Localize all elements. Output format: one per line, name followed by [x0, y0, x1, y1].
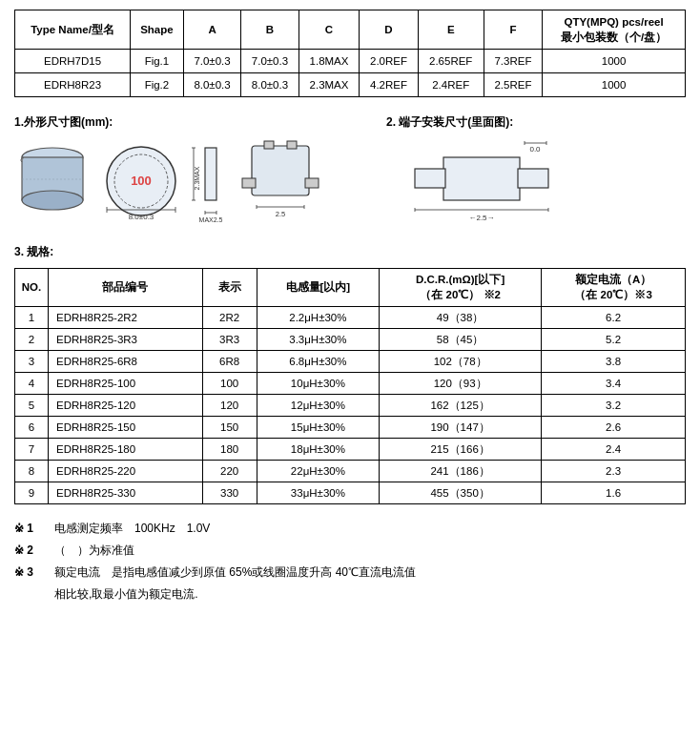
cell-current: 2.3	[542, 461, 686, 482]
cell-c: 2.3MAX	[299, 73, 360, 97]
section2-title: 2. 端子安装尺寸(里面图):	[386, 114, 686, 131]
cell-code: 220	[202, 461, 257, 482]
svg-text:←2.5→: ←2.5→	[468, 214, 494, 222]
cell-inductance: 18μH±30%	[257, 439, 379, 461]
table-row: EDRH8R23 Fig.2 8.0±0.3 8.0±0.3 2.3MAX 4.…	[15, 73, 686, 97]
cell-partno: EDRH8R25-6R8	[49, 350, 203, 372]
dim-3d-view	[14, 143, 91, 219]
cell-no: 8	[15, 461, 49, 482]
svg-text:2.5: 2.5	[276, 210, 285, 218]
cell-dcr: 190（147）	[380, 417, 542, 439]
cell-code: 180	[202, 439, 257, 461]
col-header-a: A	[183, 10, 240, 50]
cell-partno: EDRH8R25-180	[49, 439, 203, 461]
svg-rect-24	[287, 141, 297, 149]
cell-partno: EDRH8R25-120	[49, 394, 203, 416]
cell-dcr: 455（350）	[380, 482, 542, 504]
dim-left: 1.外形尺寸图(mm):	[14, 114, 377, 224]
cell-no: 4	[15, 372, 49, 394]
cell-current: 5.2	[542, 328, 686, 350]
cell-inductance: 2.2μH±30%	[257, 306, 379, 328]
cell-inductance: 33μH±30%	[257, 482, 379, 504]
col-header-shape: Shape	[131, 10, 184, 50]
table-row: 2 EDRH8R25-3R3 3R3 3.3μH±30% 58（45） 5.2	[15, 328, 686, 350]
table-row: 1 EDRH8R25-2R2 2R2 2.2μH±30% 49（38） 6.2	[15, 306, 686, 328]
table-row: 7 EDRH8R25-180 180 18μH±30% 215（166） 2.4	[15, 439, 686, 461]
note-text: 电感测定频率 100KHz 1.0V	[54, 518, 210, 540]
cell-partno: EDRH8R25-100	[49, 372, 203, 394]
dim-top-view: 8.0±0.3 100	[98, 138, 184, 224]
table-row: EDRH7D15 Fig.1 7.0±0.3 7.0±0.3 1.8MAX 2.…	[15, 50, 686, 73]
cell-e: 2.65REF	[418, 50, 484, 73]
cell-dcr: 49（38）	[380, 306, 542, 328]
cell-f: 2.5REF	[484, 73, 542, 97]
cell-code: 3R3	[202, 328, 257, 350]
svg-text:8.0±0.3: 8.0±0.3	[129, 213, 154, 221]
cell-b: 7.0±0.3	[241, 50, 299, 73]
dimensions-section: 1.外形尺寸图(mm):	[14, 114, 686, 227]
cell-typename: EDRH7D15	[15, 50, 131, 73]
cell-no: 7	[15, 439, 49, 461]
specs-col-partno: 部品编号	[49, 269, 203, 306]
specs-col-no: NO.	[15, 269, 49, 306]
svg-rect-21	[242, 178, 256, 188]
cell-code: 120	[202, 394, 257, 416]
cell-dcr: 215（166）	[380, 439, 542, 461]
cell-inductance: 12μH±30%	[257, 394, 379, 416]
cell-partno: EDRH8R25-150	[49, 417, 203, 439]
note-text: 相比较,取最小值为额定电流.	[54, 584, 198, 605]
col-header-qty: QTY(MPQ) pcs/reel最小包装数（个/盘）	[543, 10, 686, 50]
table-row: 8 EDRH8R25-220 220 22μH±30% 241（186） 2.3	[15, 461, 686, 482]
cell-no: 5	[15, 394, 49, 416]
cell-partno: EDRH8R25-330	[49, 482, 203, 504]
note-prefix: ※ 3	[14, 562, 51, 584]
cell-typename: EDRH8R23	[15, 73, 131, 97]
cell-code: 2R2	[202, 306, 257, 328]
cell-current: 1.6	[542, 482, 686, 504]
cell-code: 330	[202, 482, 257, 504]
cell-current: 2.4	[542, 439, 686, 461]
cell-inductance: 3.3μH±30%	[257, 328, 379, 350]
dim-front-view: 2.5	[237, 138, 323, 224]
cell-a: 8.0±0.3	[183, 73, 240, 97]
cell-partno: EDRH8R25-2R2	[49, 306, 203, 328]
svg-rect-29	[443, 157, 520, 200]
cell-e: 2.4REF	[418, 73, 484, 97]
cell-partno: EDRH8R25-220	[49, 461, 203, 482]
note-prefix: ※ 2	[14, 540, 51, 562]
cell-no: 9	[15, 482, 49, 504]
top-specs-table: Type Name/型名 Shape A B C D E F QTY(MPQ) …	[14, 10, 686, 97]
svg-text:100: 100	[131, 174, 152, 188]
cell-current: 3.4	[542, 372, 686, 394]
svg-text:MAX2.5: MAX2.5	[199, 216, 223, 223]
note-text: 额定电流 是指电感值减少到原值 65%或线圈温度升高 40℃直流电流值	[54, 562, 416, 584]
cell-dcr: 241（186）	[380, 461, 542, 482]
cell-code: 150	[202, 417, 257, 439]
table-row: 4 EDRH8R25-100 100 10μH±30% 120（93） 3.4	[15, 372, 686, 394]
section3-title: 3. 规格:	[14, 244, 686, 260]
section1-title: 1.外形尺寸图(mm):	[14, 114, 377, 131]
cell-current: 3.8	[542, 350, 686, 372]
cell-partno: EDRH8R25-3R3	[49, 328, 203, 350]
specs-col-inductance: 电感量[以内]	[257, 269, 379, 306]
col-header-d: D	[360, 10, 418, 50]
dim-side-view: 2.3MAX MAX2.5	[192, 138, 230, 224]
cell-shape: Fig.1	[131, 50, 184, 73]
note-line: ※ 3额定电流 是指电感值减少到原值 65%或线圈温度升高 40℃直流电流值	[14, 562, 686, 584]
notes-section: ※ 1电感测定频率 100KHz 1.0V※ 2（ ）为标准值※ 3额定电流 是…	[14, 518, 686, 605]
cell-c: 1.8MAX	[299, 50, 360, 73]
cell-b: 8.0±0.3	[241, 73, 299, 97]
svg-rect-23	[264, 141, 274, 149]
cell-current: 3.2	[542, 394, 686, 416]
dim-images-row: 8.0±0.3 100 2.3MAX	[14, 138, 377, 224]
table-row: 5 EDRH8R25-120 120 12μH±30% 162（125） 3.2	[15, 394, 686, 416]
cell-inductance: 22μH±30%	[257, 461, 379, 482]
table-row: 9 EDRH8R25-330 330 33μH±30% 455（350） 1.6	[15, 482, 686, 504]
col-header-e: E	[418, 10, 484, 50]
cell-dcr: 58（45）	[380, 328, 542, 350]
note-line: ※ 1电感测定频率 100KHz 1.0V	[14, 518, 686, 540]
svg-text:0.0: 0.0	[529, 145, 541, 154]
cell-code: 100	[202, 372, 257, 394]
table-row: 6 EDRH8R25-150 150 15μH±30% 190（147） 2.6	[15, 417, 686, 439]
cell-no: 3	[15, 350, 49, 372]
